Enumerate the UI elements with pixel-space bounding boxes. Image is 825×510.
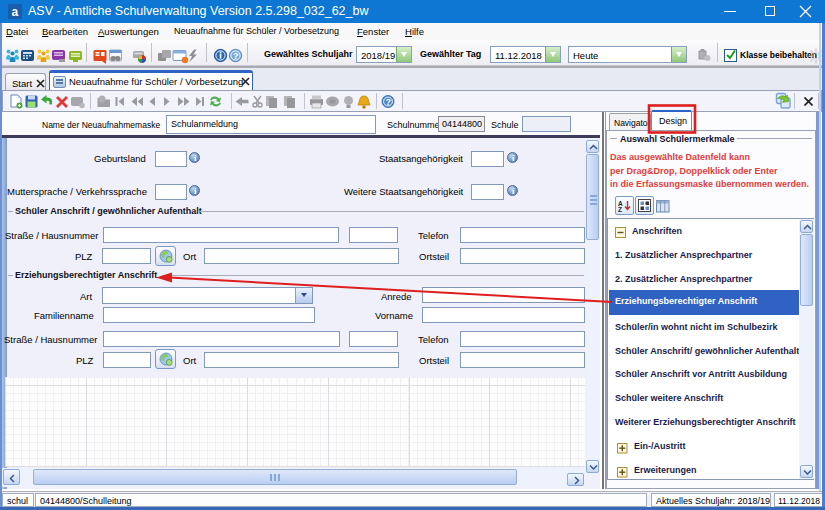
svg-text:Z: Z [618, 206, 622, 213]
svg-text:?: ? [233, 51, 239, 61]
svg-text:?: ? [386, 97, 392, 107]
